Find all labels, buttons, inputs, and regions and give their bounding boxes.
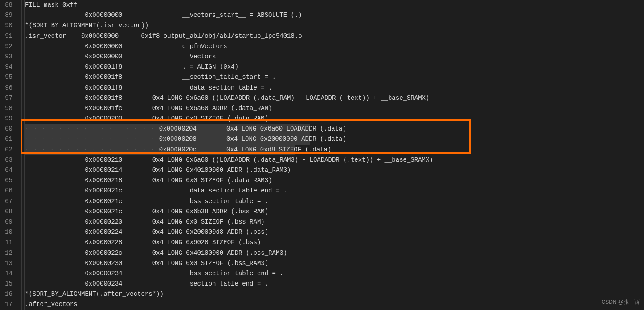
code-text: 0x00000200 0x4 LONG 0x0 SIZEOF (.data_RA… [25, 115, 268, 122]
code-line[interactable]: 0x00000210 0x4 LONG 0x6a60 ((LOADADDR (.… [25, 155, 644, 165]
code-line[interactable]: *(SORT_BY_ALIGNMENT(.isr_vector)) [25, 20, 644, 31]
indent-guide [16, 0, 16, 310]
code-line[interactable]: 0x00000200 0x4 LONG 0x0 SIZEOF (.data_RA… [25, 114, 644, 124]
code-text: *(SORT_BY_ALIGNMENT(.isr_vector)) [25, 22, 148, 29]
indent-guide [21, 0, 22, 310]
code-line[interactable]: 0x0000021c 0x4 LONG 0x6b38 ADDR (.bss_RA… [25, 207, 644, 217]
code-line[interactable]: FILL mask 0xff [25, 0, 644, 10]
code-text: 0x00000224 0x4 LONG 0x200000d8 ADDR (.bs… [25, 228, 268, 236]
code-text: 0x00000234 __bss_section_table_end = . [25, 270, 283, 277]
line-number: 08 [0, 207, 12, 217]
code-text: 0x000001f8 __section_table_start = . [25, 73, 276, 81]
code-line[interactable]: 0x00000234 __section_table_end = . [25, 279, 644, 289]
line-number: 14 [0, 269, 12, 279]
line-number: 92 [0, 41, 12, 52]
code-line[interactable]: 0x00000000 __Vectors [25, 52, 644, 62]
line-number: 13 [0, 258, 12, 269]
indent-guides [16, 0, 25, 310]
code-text: 0x0000021c __bss_section_table = . [25, 198, 268, 205]
line-number: 15 [0, 279, 12, 289]
code-line[interactable]: *(SORT_BY_ALIGNMENT(.after_vectors*)) [25, 289, 644, 299]
code-text: · · · · · · · · · · · · · · · · 0x000002… [25, 125, 346, 132]
code-text: 0x000001f8 __data_section_table = . [25, 84, 272, 91]
code-line[interactable]: 0x0000021c __bss_section_table = . [25, 196, 644, 207]
code-line[interactable]: 0x000001f8 . = ALIGN (0x4) [25, 62, 644, 72]
line-number: 99 [0, 114, 12, 124]
code-text: 0x00000000 __Vectors [25, 53, 216, 60]
line-number: 05 [0, 175, 12, 186]
code-text: FILL mask 0xff [25, 1, 78, 8]
code-line[interactable]: 0x000001fc 0x4 LONG 0x6a60 ADDR (.data_R… [25, 103, 644, 114]
code-line[interactable]: 0x000001f8 __section_table_start = . [25, 72, 644, 82]
line-number: 11 [0, 237, 12, 248]
code-text: .after_vectors [25, 301, 78, 308]
code-line[interactable]: 0x00000228 0x4 LONG 0x9028 SIZEOF (.bss) [25, 237, 644, 248]
code-text: 0x00000220 0x4 LONG 0x0 SIZEOF (.bss_RAM… [25, 218, 265, 225]
code-text: 0x00000234 __section_table_end = . [25, 280, 268, 287]
code-line[interactable]: 0x000001f8 0x4 LONG 0x6a60 ((LOADADDR (.… [25, 93, 644, 103]
line-number: 04 [0, 165, 12, 175]
watermark-text: CSDN @张一西 [601, 297, 640, 307]
code-text: 0x000001f8 . = ALIGN (0x4) [25, 63, 238, 70]
code-line[interactable]: .after_vectors [25, 299, 644, 310]
whitespace-dots: · · · · · · · · · · · · · · · · [25, 135, 159, 143]
code-text: 0x00000214 0x4 LONG 0x40100000 ADDR (.da… [25, 167, 291, 174]
code-line[interactable]: 0x00000230 0x4 LONG 0x0 SIZEOF (.bss_RAM… [25, 258, 644, 269]
code-line[interactable]: 0x000001f8 __data_section_table = . [25, 83, 644, 93]
line-number: 17 [0, 299, 12, 310]
code-text: 0x000001f8 0x4 LONG 0x6a60 ((LOADADDR (.… [25, 94, 429, 102]
code-line[interactable]: 0x0000021c __data_section_table_end = . [25, 186, 644, 196]
code-line[interactable]: 0x00000220 0x4 LONG 0x0 SIZEOF (.bss_RAM… [25, 217, 644, 227]
code-line[interactable]: 0x00000214 0x4 LONG 0x40100000 ADDR (.da… [25, 165, 644, 175]
line-number: 06 [0, 186, 12, 196]
code-line[interactable]: 0x0000022c 0x4 LONG 0x40100000 ADDR (.bs… [25, 248, 644, 258]
line-number: 91 [0, 31, 12, 41]
code-text: 0x00000218 0x4 LONG 0x0 SIZEOF (.data_RA… [25, 177, 272, 184]
line-number: 16 [0, 289, 12, 299]
code-line[interactable]: · · · · · · · · · · · · · · · · 0x000002… [25, 134, 644, 144]
line-number-gutter: 8889909192939495969798990001020304050607… [0, 0, 16, 310]
code-text: 0x00000230 0x4 LONG 0x0 SIZEOF (.bss_RAM… [25, 260, 268, 267]
line-number: 10 [0, 227, 12, 237]
line-number: 12 [0, 248, 12, 258]
code-text: 0x0000022c 0x4 LONG 0x40100000 ADDR (.bs… [25, 249, 287, 257]
line-number: 94 [0, 62, 12, 72]
code-line[interactable]: · · · · · · · · · · · · · · · · 0x000002… [25, 124, 644, 134]
code-line[interactable]: 0x00000000 __vectors_start__ = ABSOLUTE … [25, 10, 644, 20]
code-text: 0x00000000 g_pfnVectors [25, 43, 227, 50]
line-number: 97 [0, 93, 12, 103]
code-text: 0x0000021c __data_section_table_end = . [25, 187, 287, 194]
code-editor[interactable]: 8889909192939495969798990001020304050607… [0, 0, 644, 310]
line-number: 96 [0, 83, 12, 93]
indent-guide [19, 0, 19, 310]
code-line[interactable]: 0x00000218 0x4 LONG 0x0 SIZEOF (.data_RA… [25, 175, 644, 186]
code-text: 0x00000228 0x4 LONG 0x9028 SIZEOF (.bss) [25, 239, 261, 246]
line-number: 98 [0, 103, 12, 114]
code-line[interactable]: 0x00000234 __bss_section_table_end = . [25, 269, 644, 279]
line-number: 89 [0, 10, 12, 20]
code-text: · · · · · · · · · · · · · · · · 0x000002… [25, 146, 331, 153]
code-area[interactable]: FILL mask 0xff 0x00000000 __vectors_star… [25, 0, 644, 310]
code-text: 0x00000210 0x4 LONG 0x6a60 ((LOADADDR (.… [25, 156, 433, 163]
code-line[interactable]: 0x00000000 g_pfnVectors [25, 41, 644, 52]
indent-guide [24, 0, 25, 310]
line-number: 07 [0, 196, 12, 207]
code-line[interactable]: 0x00000224 0x4 LONG 0x200000d8 ADDR (.bs… [25, 227, 644, 237]
line-number: 93 [0, 52, 12, 62]
line-number: 02 [0, 145, 12, 155]
whitespace-dots: · · · · · · · · · · · · · · · · [25, 125, 159, 132]
line-number: 01 [0, 134, 12, 144]
code-line[interactable]: · · · · · · · · · · · · · · · · 0x000002… [25, 145, 644, 155]
line-number: 09 [0, 217, 12, 227]
code-text: 0x00000000 __vectors_start__ = ABSOLUTE … [25, 12, 302, 19]
line-number: 00 [0, 124, 12, 134]
code-text: · · · · · · · · · · · · · · · · 0x000002… [25, 135, 346, 143]
whitespace-dots: · · · · · · · · · · · · · · · · [25, 146, 159, 153]
code-text: 0x000001fc 0x4 LONG 0x6a60 ADDR (.data_R… [25, 105, 272, 112]
code-text: .isr_vector 0x00000000 0x1f8 output_abl/… [25, 33, 302, 40]
line-number: 95 [0, 72, 12, 82]
line-number: 03 [0, 155, 12, 165]
line-number: 88 [0, 0, 12, 10]
code-text: *(SORT_BY_ALIGNMENT(.after_vectors*)) [25, 290, 164, 298]
code-line[interactable]: .isr_vector 0x00000000 0x1f8 output_abl/… [25, 31, 644, 41]
